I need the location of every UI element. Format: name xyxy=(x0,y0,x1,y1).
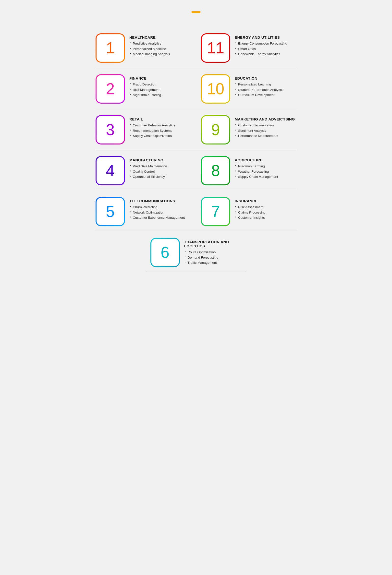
industry-items-11: Energy Consumption ForecastingSmart Grid… xyxy=(235,41,296,57)
list-item: Predictive Maintenance xyxy=(129,164,191,169)
number-box-4: 4 xyxy=(96,156,125,185)
industry-name-10: EDUCATION xyxy=(235,76,296,80)
number-box-11: 11 xyxy=(201,33,230,63)
industry-card-6: 6TRANSPORTATION AND LOGISTICSRoute Optim… xyxy=(146,231,247,272)
industry-text-11: ENERGY AND UTILITIESEnergy Consumption F… xyxy=(235,33,296,57)
number-5: 5 xyxy=(106,204,115,219)
list-item: Customer Experience Management xyxy=(129,215,191,220)
industry-text-6: TRANSPORTATION AND LOGISTICSRoute Optimi… xyxy=(184,238,242,265)
list-item: Medical Imaging Analysis xyxy=(129,51,191,57)
industry-items-7: Risk AssessmentClaims ProcessingCustomer… xyxy=(235,204,296,220)
list-item: Personalized Learning xyxy=(235,82,296,87)
industry-name-6: TRANSPORTATION AND LOGISTICS xyxy=(184,240,242,248)
industry-card-9: 9MARKETING AND ADVERTISINGCustomer Segme… xyxy=(196,108,301,149)
list-item: Churn Prediction xyxy=(129,204,191,210)
list-item: Customer Behavior Analytics xyxy=(129,123,191,128)
number-8: 8 xyxy=(211,163,220,179)
industry-card-2: 2FINANCEFraud DetectionRisk ManagementAl… xyxy=(91,67,196,108)
list-item: Weather Forecasting xyxy=(235,169,296,174)
number-2: 2 xyxy=(106,81,115,97)
list-item: Algorithmic Trading xyxy=(129,92,191,98)
number-6: 6 xyxy=(161,245,170,260)
industry-name-9: MARKETING AND ADVERTISING xyxy=(235,117,296,121)
list-item: Route Optimization xyxy=(184,250,242,255)
industries-grid: 1HEALTHCAREPredictive AnalyticsPersonali… xyxy=(91,26,301,231)
list-item: Sentiment Analysis xyxy=(235,128,296,133)
industry-text-8: AGRICULTUREPrecision FarmingWeather Fore… xyxy=(235,156,296,180)
industry-text-10: EDUCATIONPersonalized LearningStudent Pe… xyxy=(235,74,296,98)
number-11: 11 xyxy=(207,40,224,56)
industry-text-5: TELECOMMUNICATIONSChurn PredictionNetwor… xyxy=(129,197,191,220)
number-box-6: 6 xyxy=(150,238,180,267)
list-item: Operational Efficiency xyxy=(129,174,191,180)
industry-items-4: Predictive MaintenanceQuality ControlOpe… xyxy=(129,164,191,180)
list-item: Predictive Analytics xyxy=(129,41,191,46)
list-item: Supply Chain Management xyxy=(235,174,296,180)
industry-card-1: 1HEALTHCAREPredictive AnalyticsPersonali… xyxy=(91,26,196,67)
list-item: Student Performance Analytics xyxy=(235,87,296,93)
list-item: Customer Segmentation xyxy=(235,123,296,128)
number-box-10: 10 xyxy=(201,74,230,104)
list-item: Supply Chain Optimization xyxy=(129,133,191,139)
industry-text-7: INSURANCERisk AssessmentClaims Processin… xyxy=(235,197,296,220)
list-item: Personalized Medicine xyxy=(129,46,191,52)
industry-items-2: Fraud DetectionRisk ManagementAlgorithmi… xyxy=(129,82,191,98)
industry-card-5: 5TELECOMMUNICATIONSChurn PredictionNetwo… xyxy=(91,190,196,231)
industry-name-4: MANUFACTURING xyxy=(129,158,191,162)
number-3: 3 xyxy=(106,122,115,138)
industry-name-7: INSURANCE xyxy=(235,199,296,203)
industry-items-1: Predictive AnalyticsPersonalized Medicin… xyxy=(129,41,191,57)
industry-card-8: 8AGRICULTUREPrecision FarmingWeather For… xyxy=(196,149,301,190)
industry-name-2: FINANCE xyxy=(129,76,191,80)
industry-card-4: 4MANUFACTURINGPredictive MaintenanceQual… xyxy=(91,149,196,190)
list-item: Energy Consumption Forecasting xyxy=(235,41,296,46)
industry-name-8: AGRICULTURE xyxy=(235,158,296,162)
industry-card-10: 10EDUCATIONPersonalized LearningStudent … xyxy=(196,67,301,108)
industry-text-1: HEALTHCAREPredictive AnalyticsPersonaliz… xyxy=(129,33,191,57)
list-item: Network Optimization xyxy=(129,210,191,215)
list-item: Customer Insights xyxy=(235,215,296,220)
number-10: 10 xyxy=(207,81,224,97)
industry-card-11: 11ENERGY AND UTILITIESEnergy Consumption… xyxy=(196,26,301,67)
industry-card-7: 7INSURANCERisk AssessmentClaims Processi… xyxy=(196,190,301,231)
number-box-2: 2 xyxy=(96,74,125,104)
industry-card-3: 3RETAILCustomer Behavior AnalyticsRecomm… xyxy=(91,108,196,149)
list-item: Quality Control xyxy=(129,169,191,174)
list-item: Fraud Detection xyxy=(129,82,191,87)
header-title-bottom xyxy=(192,11,200,13)
bottom-divider xyxy=(146,272,247,272)
list-item: Performance Measurement xyxy=(235,133,296,139)
list-item: Precision Farming xyxy=(235,164,296,169)
number-4: 4 xyxy=(106,163,115,179)
industry-text-9: MARKETING AND ADVERTISINGCustomer Segmen… xyxy=(235,115,296,139)
number-box-5: 5 xyxy=(96,197,125,226)
number-box-3: 3 xyxy=(96,115,125,144)
industry-name-1: HEALTHCARE xyxy=(129,35,191,39)
list-item: Recommendation Systems xyxy=(129,128,191,133)
list-item: Curriculum Development xyxy=(235,92,296,98)
list-item: Traffic Management xyxy=(184,260,242,265)
number-1: 1 xyxy=(106,40,115,56)
industry-items-9: Customer SegmentationSentiment AnalysisP… xyxy=(235,123,296,139)
number-box-9: 9 xyxy=(201,115,230,144)
number-box-8: 8 xyxy=(201,156,230,185)
industry-name-5: TELECOMMUNICATIONS xyxy=(129,199,191,203)
list-item: Demand Forecasting xyxy=(184,255,242,260)
industry-name-3: RETAIL xyxy=(129,117,191,121)
industry-items-8: Precision FarmingWeather ForecastingSupp… xyxy=(235,164,296,180)
bottom-row: 6TRANSPORTATION AND LOGISTICSRoute Optim… xyxy=(91,231,301,272)
list-item: Smart Grids xyxy=(235,46,296,52)
list-item: Claims Processing xyxy=(235,210,296,215)
industry-items-3: Customer Behavior AnalyticsRecommendatio… xyxy=(129,123,191,139)
industry-items-6: Route OptimizationDemand ForecastingTraf… xyxy=(184,250,242,265)
list-item: Risk Management xyxy=(129,87,191,93)
number-7: 7 xyxy=(211,204,220,219)
number-9: 9 xyxy=(211,122,220,138)
list-item: Risk Assessment xyxy=(235,204,296,210)
number-box-7: 7 xyxy=(201,197,230,226)
industry-items-10: Personalized LearningStudent Performance… xyxy=(235,82,296,98)
industry-text-4: MANUFACTURINGPredictive MaintenanceQuali… xyxy=(129,156,191,180)
page-header xyxy=(91,10,301,14)
industry-items-5: Churn PredictionNetwork OptimizationCust… xyxy=(129,204,191,220)
industry-name-11: ENERGY AND UTILITIES xyxy=(235,35,296,39)
